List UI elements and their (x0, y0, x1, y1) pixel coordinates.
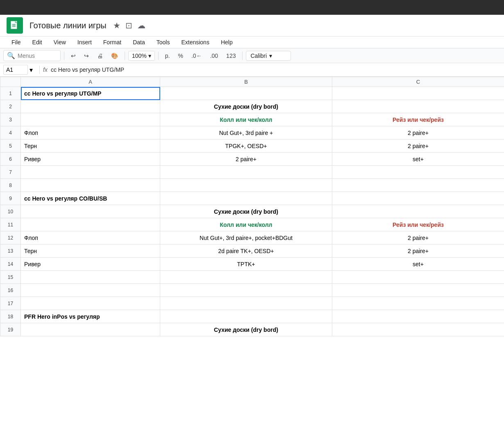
cell-b-10[interactable]: Сухие доски (dry bord) (160, 205, 332, 218)
cell-b-19[interactable]: Сухие доски (dry bord) (160, 323, 332, 336)
toolbar: 🔍 ↩ ↪ 🖨 🎨 100% ▾ р. % .0← .00 123 Calibr… (0, 48, 504, 63)
menu-help[interactable]: Help (216, 37, 238, 48)
cell-b-11[interactable]: Колл или чек/колл (160, 218, 332, 231)
currency-button[interactable]: р. (162, 51, 173, 61)
cell-c-6[interactable]: set+ (332, 153, 504, 166)
cell-a-6[interactable]: Ривер (21, 153, 160, 166)
cell-b-7[interactable] (160, 166, 332, 179)
cell-a-3[interactable] (21, 113, 160, 126)
cell-b-13[interactable]: 2d paire TK+, OESD+ (160, 244, 332, 258)
cell-c-17[interactable] (332, 297, 504, 310)
cell-c-8[interactable] (332, 179, 504, 192)
cell-c-5[interactable]: 2 paire+ (332, 139, 504, 153)
number-format-button[interactable]: 123 (223, 51, 239, 61)
cell-a-17[interactable] (21, 297, 160, 310)
zoom-selector[interactable]: 100% ▾ (128, 51, 155, 61)
cell-a-18[interactable]: PFR Hero inPos vs регуляр (21, 310, 160, 323)
menu-insert[interactable]: Insert (73, 37, 97, 48)
cell-b-14[interactable]: TPTK+ (160, 258, 332, 271)
cell-ref-input[interactable] (3, 65, 28, 75)
cell-b-16[interactable] (160, 284, 332, 297)
menu-file[interactable]: File (7, 37, 26, 48)
corner-header (0, 77, 21, 87)
cell-b-3[interactable]: Колл или чек/колл (160, 113, 332, 126)
menu-view[interactable]: View (49, 37, 71, 48)
row-number: 9 (0, 192, 21, 205)
cell-b-6[interactable]: 2 paire+ (160, 153, 332, 166)
menu-edit[interactable]: Edit (27, 37, 47, 48)
cell-b-15[interactable] (160, 271, 332, 284)
cell-c-11[interactable]: Рейз или чек/рейз (332, 218, 504, 231)
menu-tools[interactable]: Tools (152, 37, 175, 48)
cell-a-2[interactable] (21, 100, 160, 113)
cell-c-9[interactable] (332, 192, 504, 205)
svg-rect-2 (12, 24, 16, 25)
cell-b-4[interactable]: Nut Gut+, 3rd paire + (160, 126, 332, 139)
cell-b-5[interactable]: TPGK+, OESD+ (160, 139, 332, 153)
cell-c-2[interactable] (332, 100, 504, 113)
cell-a-13[interactable]: Терн (21, 244, 160, 258)
decimal-inc-button[interactable]: .00 (207, 51, 221, 61)
cell-b-18[interactable] (160, 310, 332, 323)
col-header-b[interactable]: B (160, 77, 332, 87)
row-number: 16 (0, 284, 21, 297)
percent-button[interactable]: % (175, 51, 186, 61)
cell-c-14[interactable]: set+ (332, 258, 504, 271)
cell-a-19[interactable] (21, 323, 160, 336)
cell-c-12[interactable]: 2 paire+ (332, 231, 504, 244)
cell-ref-dropdown-icon[interactable]: ▾ (30, 66, 33, 74)
cell-b-17[interactable] (160, 297, 332, 310)
cell-a-11[interactable] (21, 218, 160, 231)
cell-a-4[interactable]: Флоп (21, 126, 160, 139)
cell-b-2[interactable]: Сухие доски (dry bord) (160, 100, 332, 113)
print-button[interactable]: 🖨 (94, 51, 106, 61)
font-selector[interactable]: Calibri ▾ (246, 51, 291, 61)
cell-c-16[interactable] (332, 284, 504, 297)
row-number: 15 (0, 271, 21, 284)
menu-extensions[interactable]: Extensions (176, 37, 214, 48)
cell-c-13[interactable]: 2 paire+ (332, 244, 504, 258)
paint-format-button[interactable]: 🎨 (108, 51, 121, 61)
search-box[interactable]: 🔍 (3, 50, 61, 61)
cloud-icon[interactable]: ☁ (137, 21, 145, 30)
table-row: 8 (0, 179, 504, 192)
row-number: 11 (0, 218, 21, 231)
cell-a-9[interactable]: cc Hero vs регуляр CO/BU/SB (21, 192, 160, 205)
redo-button[interactable]: ↪ (81, 51, 92, 61)
cell-c-19[interactable] (332, 323, 504, 336)
cell-b-1[interactable] (160, 87, 332, 100)
decimal-dec-button[interactable]: .0← (188, 51, 205, 61)
cell-c-7[interactable] (332, 166, 504, 179)
cell-a-5[interactable]: Терн (21, 139, 160, 153)
cell-c-15[interactable] (332, 271, 504, 284)
cell-b-12[interactable]: Nut Gut+, 3rd paire+, pocket+BDGut (160, 231, 332, 244)
cell-a-16[interactable] (21, 284, 160, 297)
folder-icon[interactable]: ⊡ (125, 21, 132, 30)
undo-button[interactable]: ↩ (68, 51, 79, 61)
toolbar-divider-1 (64, 52, 64, 60)
col-header-c[interactable]: C (332, 77, 504, 87)
cell-c-1[interactable] (332, 87, 504, 100)
menu-data[interactable]: Data (128, 37, 150, 48)
cell-a-14[interactable]: Ривер (21, 258, 160, 271)
cell-c-4[interactable]: 2 paire+ (332, 126, 504, 139)
cell-reference-box[interactable]: ▾ (3, 65, 36, 75)
cell-a-12[interactable]: Флоп (21, 231, 160, 244)
cell-a-1[interactable]: cc Hero vs регуляр UTG/MP (21, 87, 160, 100)
cell-a-15[interactable] (21, 271, 160, 284)
table-row: 2Сухие доски (dry bord) (0, 100, 504, 113)
cell-a-8[interactable] (21, 179, 160, 192)
cell-b-9[interactable] (160, 192, 332, 205)
cell-a-7[interactable] (21, 166, 160, 179)
cell-a-10[interactable] (21, 205, 160, 218)
row-number: 18 (0, 310, 21, 323)
star-icon[interactable]: ★ (113, 21, 120, 30)
search-input[interactable] (18, 53, 46, 59)
menu-format[interactable]: Format (98, 37, 126, 48)
cell-c-10[interactable] (332, 205, 504, 218)
cell-c-3[interactable]: Рейз или чек/рейз (332, 113, 504, 126)
col-header-a[interactable]: A (21, 77, 160, 87)
cell-b-8[interactable] (160, 179, 332, 192)
cell-c-18[interactable] (332, 310, 504, 323)
table-row: 5ТернTPGK+, OESD+2 paire+ (0, 139, 504, 153)
